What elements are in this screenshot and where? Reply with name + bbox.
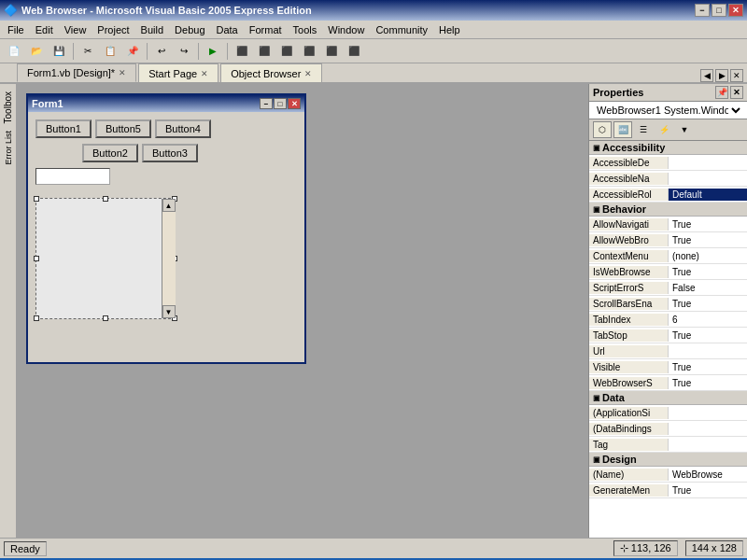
prop-value[interactable]: False (669, 282, 747, 294)
prop-value[interactable] (669, 350, 747, 352)
prop-value[interactable]: True (669, 329, 747, 342)
menu-item-build[interactable]: Build (135, 22, 169, 37)
prop-value[interactable]: Default (669, 189, 747, 201)
webbrowser-scrollbar[interactable]: ▲ ▼ (162, 199, 175, 318)
redo-button[interactable]: ↪ (174, 42, 194, 61)
prop-category-behavior[interactable]: ▣ Behavior (589, 203, 747, 217)
handle-ml[interactable] (34, 256, 39, 261)
scroll-track[interactable] (162, 212, 176, 305)
close-button[interactable]: ✕ (728, 4, 743, 17)
form-minimize[interactable]: − (260, 98, 273, 109)
handle-bl[interactable] (34, 315, 39, 321)
minimize-button[interactable]: − (695, 4, 710, 17)
tb-extra-5[interactable]: ⬛ (321, 42, 342, 61)
prop-value[interactable]: True (669, 298, 747, 310)
prop-row[interactable]: AllowWebBro True (589, 232, 747, 248)
prop-row[interactable]: (ApplicationSi (589, 405, 747, 421)
menu-item-debug[interactable]: Debug (169, 22, 210, 37)
props-close[interactable]: ✕ (730, 86, 743, 99)
form-button3[interactable]: Button3 (142, 144, 198, 162)
prop-row[interactable]: AllowNavigati True (589, 217, 747, 232)
props-alphabetical-btn[interactable]: 🔤 (613, 121, 632, 138)
tb-extra-2[interactable]: ⬛ (254, 42, 275, 61)
tab-scroll-right[interactable]: ▶ (715, 69, 728, 82)
prop-value[interactable] (669, 161, 747, 163)
tb-extra-4[interactable]: ⬛ (299, 42, 319, 61)
prop-row[interactable]: Tag (589, 437, 747, 453)
prop-value[interactable]: True (669, 361, 747, 373)
props-categorized-btn[interactable]: ⬡ (593, 121, 612, 138)
tab-close-btn[interactable]: ✕ (730, 69, 743, 82)
save-button[interactable]: 💾 (49, 42, 69, 61)
web-browser-control[interactable]: ▲ ▼ (35, 198, 176, 319)
prop-value[interactable]: True (669, 484, 747, 497)
props-object-selector[interactable]: WebBrowser1 System.Windo (589, 102, 747, 119)
tab-form-design-close[interactable]: ✕ (119, 68, 126, 77)
handle-bm[interactable] (103, 315, 108, 321)
menu-item-project[interactable]: Project (92, 22, 134, 37)
menu-item-edit[interactable]: Edit (30, 22, 59, 37)
tab-start-page[interactable]: Start Page ✕ (138, 63, 218, 82)
new-button[interactable]: 📄 (4, 42, 24, 61)
prop-value[interactable]: True (669, 218, 747, 231)
prop-value[interactable]: (none) (669, 250, 747, 262)
form-button2[interactable]: Button2 (82, 144, 138, 162)
props-pages-btn[interactable]: ▼ (675, 121, 694, 138)
menu-item-format[interactable]: Format (244, 22, 288, 37)
prop-row[interactable]: Visible True (589, 359, 747, 375)
prop-row[interactable]: WebBrowserS True (589, 375, 747, 391)
props-view1-btn[interactable]: ☰ (634, 121, 653, 138)
props-pin[interactable]: 📌 (715, 86, 728, 99)
tb-extra-1[interactable]: ⬛ (232, 42, 252, 61)
prop-row[interactable]: AccessibleNa (589, 171, 747, 187)
tab-object-browser[interactable]: Object Browser ✕ (220, 63, 322, 82)
menu-item-file[interactable]: File (2, 22, 30, 37)
prop-row[interactable]: ScrollBarsEna True (589, 296, 747, 312)
prop-row[interactable]: (DataBindings (589, 421, 747, 437)
menu-item-data[interactable]: Data (211, 22, 244, 37)
menu-item-window[interactable]: Window (322, 22, 370, 37)
toolbox-label[interactable]: Toolbox (3, 91, 13, 123)
prop-value[interactable]: True (669, 266, 747, 278)
tab-scroll-left[interactable]: ◀ (700, 69, 713, 82)
form-button4[interactable]: Button4 (155, 119, 211, 138)
copy-button[interactable]: 📋 (100, 42, 120, 61)
prop-value[interactable]: WebBrowse (669, 469, 747, 481)
prop-row[interactable]: TabIndex 6 (589, 312, 747, 328)
prop-row[interactable]: (Name) WebBrowse (589, 467, 747, 483)
menu-item-view[interactable]: View (59, 22, 92, 37)
menu-item-community[interactable]: Community (370, 22, 433, 37)
prop-value[interactable]: True (669, 234, 747, 246)
tab-object-browser-close[interactable]: ✕ (304, 69, 312, 78)
form-button1[interactable]: Button1 (35, 119, 92, 138)
prop-row[interactable]: ScriptErrorS False (589, 280, 747, 296)
prop-category-accessibility[interactable]: ▣ Accessibility (589, 141, 747, 155)
prop-category-data[interactable]: ▣ Data (589, 391, 747, 405)
prop-category-design[interactable]: ▣ Design (589, 453, 747, 467)
prop-value[interactable] (669, 443, 747, 445)
tb-extra-3[interactable]: ⬛ (276, 42, 297, 61)
props-events-btn[interactable]: ⚡ (655, 121, 673, 138)
run-button[interactable]: ▶ (203, 42, 223, 61)
prop-value[interactable] (669, 177, 747, 179)
handle-tl[interactable] (34, 196, 39, 202)
prop-value[interactable]: 6 (669, 314, 747, 326)
menu-item-help[interactable]: Help (433, 22, 466, 37)
prop-row[interactable]: GenerateMen True (589, 483, 747, 498)
prop-value[interactable] (669, 427, 747, 429)
prop-row[interactable]: IsWebBrowse True (589, 264, 747, 280)
scroll-up[interactable]: ▲ (162, 199, 176, 212)
handle-tm[interactable] (103, 196, 108, 202)
design-area[interactable]: Form1 − □ ✕ Button1 Button5 Button4 Butt… (17, 84, 588, 538)
tab-form-design[interactable]: Form1.vb [Design]* ✕ (17, 63, 136, 82)
props-object-dropdown[interactable]: WebBrowser1 System.Windo (593, 104, 743, 117)
paste-button[interactable]: 📌 (122, 42, 143, 61)
tb-extra-6[interactable]: ⬛ (344, 42, 364, 61)
prop-row[interactable]: TabStop True (589, 328, 747, 343)
open-button[interactable]: 📂 (26, 42, 47, 61)
prop-row[interactable]: AccessibleRol Default (589, 187, 747, 203)
prop-value[interactable] (669, 412, 747, 413)
error-list-label[interactable]: Error List (4, 131, 13, 165)
menu-item-tools[interactable]: Tools (288, 22, 323, 37)
text-input-field[interactable] (35, 168, 110, 185)
